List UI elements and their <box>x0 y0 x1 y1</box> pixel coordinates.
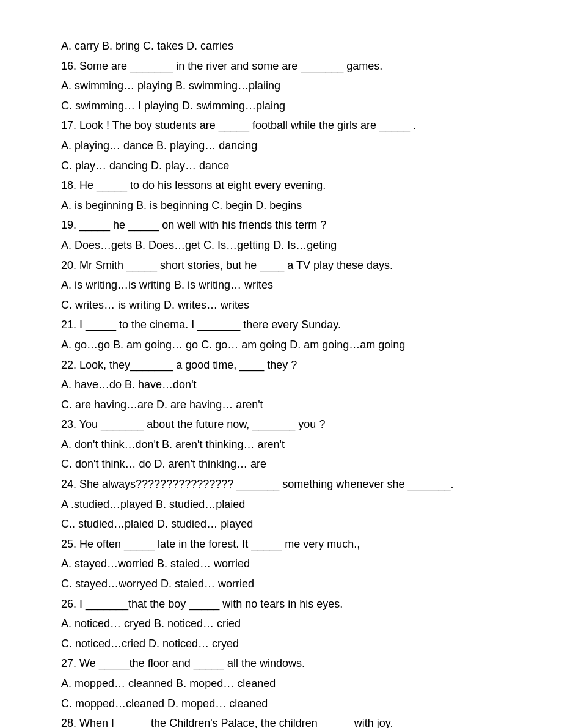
text-line-26: A. stayed…worried B. staied… worried <box>61 554 513 573</box>
text-line-15: A. go…go B. am going… go C. go… am going… <box>61 336 513 355</box>
text-line-11: 20. Mr Smith _____ short stories, but he… <box>61 256 513 275</box>
text-line-30: C. noticed…cried D. noticed… cryed <box>61 634 513 653</box>
text-line-12: A. is writing…is writing B. is writing… … <box>61 276 513 295</box>
text-line-21: C. don't think… do D. aren't thinking… a… <box>61 455 513 474</box>
text-line-9: 19. _____ he _____ on well with his frie… <box>61 216 513 235</box>
text-line-6: C. play… dancing D. play… dance <box>61 156 513 175</box>
text-line-17: A. have…do B. have…don't <box>61 375 513 394</box>
text-line-24: C.. studied…plaied D. studied… played <box>61 515 513 534</box>
text-line-2: A. swimming… playing B. swimming…plaiing <box>61 76 513 95</box>
text-line-19: 23. You _______ about the future now, __… <box>61 415 513 434</box>
text-line-10: A. Does…gets B. Does…get C. Is…getting D… <box>61 236 513 255</box>
text-line-27: C. stayed…worryed D. staied… worried <box>61 575 513 594</box>
text-line-4: 17. Look ! The boy students are _____ fo… <box>61 116 513 135</box>
text-line-25: 25. He often _____ late in the forest. I… <box>61 535 513 554</box>
text-line-32: A. mopped… cleanned B. moped… cleaned <box>61 674 513 693</box>
text-line-14: 21. I _____ to the cinema. I _______ the… <box>61 315 513 334</box>
text-line-22: 24. She always???????????????? _______ s… <box>61 475 513 494</box>
main-content: A. carry B. bring C. takes D. carries16.… <box>61 37 513 728</box>
text-line-33: C. mopped…cleaned D. moped… cleaned <box>61 694 513 713</box>
text-line-23: A .studied…played B. studied…plaied <box>61 495 513 514</box>
text-line-3: C. swimming… I playing D. swimming…plain… <box>61 97 513 116</box>
text-line-28: 26. I _______that the boy _____ with no … <box>61 595 513 614</box>
text-line-1: 16. Some are _______ in the river and so… <box>61 57 513 76</box>
text-line-34: 28. When I _____ the Children's Palace, … <box>61 714 513 728</box>
text-line-20: A. don't think…don't B. aren't thinking…… <box>61 435 513 454</box>
text-line-29: A. noticed… cryed B. noticed… cried <box>61 614 513 633</box>
text-line-8: A. is beginning B. is beginning C. begin… <box>61 196 513 215</box>
text-line-0: A. carry B. bring C. takes D. carries <box>61 37 513 56</box>
text-line-16: 22. Look, they_______ a good time, ____ … <box>61 356 513 375</box>
text-line-7: 18. He _____ to do his lessons at eight … <box>61 176 513 195</box>
text-line-31: 27. We _____the floor and _____ all the … <box>61 654 513 673</box>
text-line-13: C. writes… is writing D. writes… writes <box>61 296 513 315</box>
text-line-18: C. are having…are D. are having… aren't <box>61 395 513 414</box>
text-line-5: A. playing… dance B. playing… dancing <box>61 136 513 155</box>
